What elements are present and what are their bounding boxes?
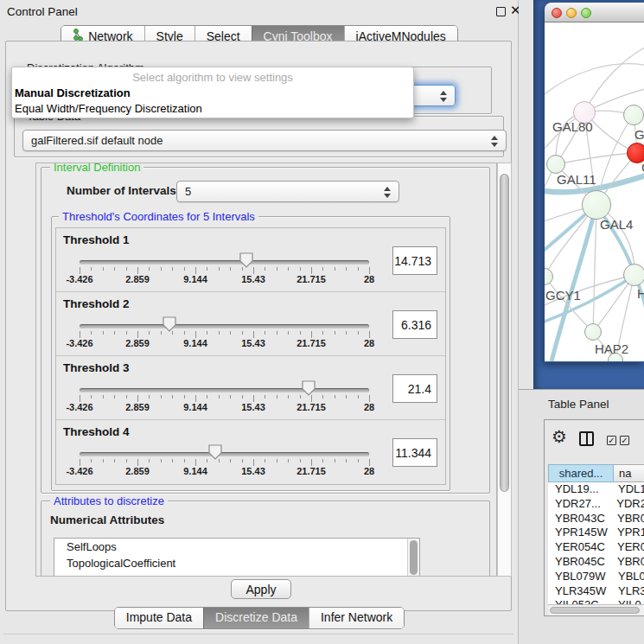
node-hap2[interactable] — [584, 323, 602, 341]
zoom-traffic-light-icon[interactable] — [581, 8, 591, 18]
tick-mark — [300, 331, 301, 335]
table-rows: YDL19...YDL1YDR27...YDR2YBR043CYBR0YPR14… — [548, 482, 644, 604]
tick-mark — [172, 395, 173, 399]
scrollbar-thumb[interactable] — [550, 607, 640, 614]
tick-label: 2.859 — [125, 338, 150, 348]
tick-mark — [207, 395, 207, 399]
tick-mark — [137, 331, 138, 338]
table-column-header[interactable]: shared... — [548, 464, 614, 482]
table-row[interactable]: YBR043CYBR0 — [548, 512, 644, 526]
table-cell: YDL19... — [548, 482, 614, 497]
slider-track[interactable] — [80, 388, 369, 392]
dropdown-option-equal-width[interactable]: Equal Width/Frequency Discretization — [15, 102, 202, 115]
node-gal4[interactable] — [582, 190, 611, 220]
gear-icon[interactable]: ⚙ — [552, 428, 567, 445]
numerical-attributes-list[interactable]: SelfLoopsTopologicalCoefficientBetweenne… — [54, 538, 420, 577]
slider-handle[interactable] — [208, 444, 222, 460]
scrollbar-thumb[interactable] — [500, 174, 509, 492]
thresholds-groupbox: Threshold's Coordinates for 5 Intervals … — [51, 216, 450, 491]
tick-label: 21.715 — [296, 274, 326, 284]
table-row[interactable]: YBL079WYBL0 — [548, 570, 644, 584]
scrollbar-thumb[interactable] — [410, 540, 418, 575]
tick-mark — [137, 267, 138, 274]
tick-label: 2.859 — [125, 402, 150, 412]
node-label: GCY1 — [545, 288, 581, 303]
checkbox-icon[interactable]: ✓ — [620, 436, 629, 445]
tab-impute-data[interactable]: Impute Data — [115, 608, 203, 628]
panel-title: Control Panel — [7, 5, 78, 18]
attribute-list-item[interactable]: SelfLoops — [54, 539, 419, 555]
tick-mark — [126, 459, 127, 462]
network-window-titlebar[interactable] — [545, 3, 644, 22]
threshold-value-input[interactable] — [392, 438, 437, 467]
table-row[interactable]: YDL19...YDL1 — [548, 482, 644, 497]
tick-mark — [369, 459, 370, 466]
table-cell: YBL0 — [614, 570, 644, 584]
float-window-icon[interactable] — [496, 7, 506, 16]
tick-mark — [369, 331, 370, 338]
tick-mark — [369, 395, 370, 402]
network-canvas[interactable]: GAL80GACGAL11GAL4GCY1HHAP2 — [545, 22, 644, 361]
tick-mark — [335, 395, 335, 399]
node-gal-partial[interactable] — [623, 105, 644, 125]
tick-label: 21.715 — [296, 338, 326, 348]
attributes-scrollbar[interactable] — [407, 539, 419, 577]
close-traffic-light-icon[interactable] — [552, 8, 562, 18]
threshold-label: Threshold 3 — [63, 361, 130, 374]
tick-mark — [230, 331, 231, 335]
checkbox-icon[interactable]: ✓ — [607, 436, 616, 445]
slider-handle[interactable] — [163, 316, 176, 332]
slider-track[interactable] — [80, 452, 369, 456]
table-row[interactable]: YPR145WYPR1 — [548, 526, 644, 540]
tick-mark — [369, 267, 370, 274]
tab-infer-network[interactable]: Infer Network — [309, 608, 404, 628]
tick-mark — [172, 267, 173, 271]
tick-mark — [335, 267, 335, 271]
tick-mark — [242, 331, 243, 335]
table-column-header[interactable]: na — [614, 464, 644, 482]
node-gal11[interactable] — [546, 155, 565, 174]
split-columns-icon[interactable] — [579, 431, 594, 446]
tick-mark — [322, 267, 323, 271]
right-region: GAL80GACGAL11GAL4GCY1HHAP2 Table Panel ⚙… — [519, 0, 644, 644]
bottom-tab-bar: Impute DataDiscretize DataInfer Network — [0, 607, 519, 629]
slider-handle[interactable] — [302, 380, 316, 396]
threshold-value-input[interactable] — [392, 374, 437, 403]
node-h-partial[interactable] — [623, 264, 644, 286]
slider-track[interactable] — [80, 324, 369, 328]
combo-stepper-icon — [384, 186, 392, 199]
num-intervals-combo[interactable]: 5 — [176, 181, 399, 202]
tick-mark — [161, 459, 162, 462]
tick-label: 21.715 — [296, 402, 326, 412]
tick-label: -3.426 — [66, 274, 92, 284]
minimize-traffic-light-icon[interactable] — [566, 8, 577, 18]
threshold-value-input[interactable] — [392, 310, 437, 339]
attributes-group-label: Attributes to discretize — [50, 494, 168, 507]
tick-mark — [219, 331, 220, 335]
table-row[interactable]: YBR045CYBR0 — [548, 555, 644, 570]
tab-discretize-data[interactable]: Discretize Data — [203, 608, 309, 628]
apply-button[interactable]: Apply — [231, 579, 291, 599]
tick-mark — [126, 395, 127, 399]
table-row[interactable]: YER054CYER0 — [548, 540, 644, 555]
main-scrollbar[interactable] — [497, 163, 512, 577]
attribute-list-item[interactable]: TopologicalCoefficient — [54, 555, 419, 571]
table-data-combo[interactable]: galFiltered.sif default node — [22, 130, 507, 151]
table-row[interactable]: YLR345WYLR3 — [548, 584, 644, 599]
tick-mark — [311, 267, 312, 274]
table-row[interactable]: YIL052CYIL0 — [548, 598, 644, 604]
slider-track[interactable] — [80, 260, 369, 265]
tick-mark — [265, 267, 265, 271]
tick-mark — [335, 459, 335, 462]
slider-handle[interactable] — [239, 252, 253, 268]
table-row[interactable]: YDR27...YDR2 — [548, 497, 644, 512]
thresholds-group-label: Threshold's Coordinates for 5 Intervals — [59, 210, 258, 223]
attribute-list-item[interactable]: BetweennessCentrality — [54, 571, 419, 577]
tick-mark — [80, 331, 80, 338]
tick-label: 2.859 — [125, 466, 150, 476]
control-panel: Control Panel ✕ NetworkStyleSelectCyni T… — [0, 0, 519, 644]
threshold-value-input[interactable] — [392, 246, 437, 275]
dropdown-option-manual[interactable]: Manual Discretization — [15, 86, 131, 99]
table-horizontal-scrollbar[interactable] — [548, 604, 644, 615]
table-panel: ⚙ ✓ ✓ shared...na YDL19...YDL1YDR27...YD… — [544, 419, 644, 616]
